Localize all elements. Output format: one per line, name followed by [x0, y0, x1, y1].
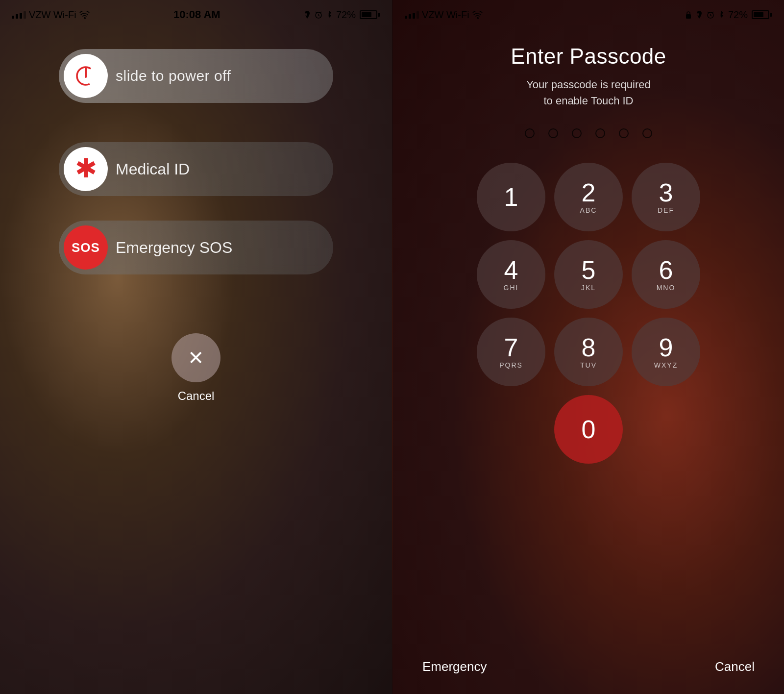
num-button-4[interactable]: 4 GHI: [477, 240, 545, 309]
status-bar-right: VZW Wi-Fi 72%: [393, 0, 784, 29]
digit-1: 1: [504, 184, 518, 210]
passcode-dot-2: [548, 128, 558, 138]
passcode-dots: [525, 128, 652, 138]
time-label: 10:08 AM: [173, 8, 220, 21]
emergency-sos-button[interactable]: SOS Emergency SOS: [59, 221, 333, 274]
num-button-2[interactable]: 2 ABC: [554, 163, 623, 231]
digit-7: 7: [504, 335, 518, 360]
battery-label-right: 72%: [728, 9, 748, 21]
passcode-title: Enter Passcode: [511, 44, 666, 69]
status-right-right-group: 72%: [685, 9, 772, 21]
letters-5: JKL: [581, 284, 596, 292]
medical-id-button[interactable]: ✱ Medical ID: [59, 142, 333, 196]
passcode-dot-5: [619, 128, 629, 138]
cancel-label: Cancel: [178, 389, 215, 403]
letters-8: TUV: [580, 361, 597, 369]
status-right-group: 72%: [304, 9, 380, 21]
digit-0: 0: [582, 417, 596, 442]
digit-8: 8: [582, 335, 596, 360]
digit-6: 6: [659, 257, 673, 283]
num-button-empty-right: [632, 395, 700, 464]
bottom-bar: Emergency Cancel: [393, 659, 784, 674]
letters-2: ABC: [580, 206, 597, 214]
num-button-1[interactable]: 1: [477, 163, 545, 231]
medical-id-label: Medical ID: [116, 160, 190, 178]
passcode-dot-3: [572, 128, 582, 138]
carrier-label-right: VZW Wi-Fi: [422, 9, 469, 21]
signal-icon-right: [405, 11, 419, 19]
location-icon-right: [696, 11, 703, 19]
letters-6: MNO: [657, 284, 676, 292]
signal-icon: [12, 11, 26, 19]
numpad: 1 2 ABC 3 DEF 4 GHI 5 JKL 6 MNO 7 PQRS 8: [477, 163, 700, 464]
wifi-icon: [79, 11, 90, 19]
power-icon: [74, 64, 98, 88]
lock-icon: [685, 11, 692, 19]
num-button-6[interactable]: 6 MNO: [632, 240, 700, 309]
emergency-bottom-button[interactable]: Emergency: [422, 659, 487, 674]
cancel-button-wrap[interactable]: ✕ Cancel: [172, 333, 220, 403]
passcode-dot-4: [595, 128, 605, 138]
status-right-left-group: VZW Wi-Fi: [405, 9, 483, 21]
status-bar-left: VZW Wi-Fi 10:08 AM 72%: [0, 0, 392, 29]
medical-asterisk-icon: ✱: [75, 155, 97, 181]
bluetooth-icon: [326, 11, 332, 19]
right-phone-screen: VZW Wi-Fi 72% Enter Passcode Your passco…: [392, 0, 784, 694]
num-button-0[interactable]: 0: [554, 395, 623, 464]
left-phone-screen: VZW Wi-Fi 10:08 AM 72% slide to: [0, 0, 392, 694]
battery-icon-right: [752, 10, 772, 19]
battery-icon: [360, 10, 380, 19]
cancel-circle[interactable]: ✕: [172, 333, 220, 382]
sos-circle: SOS: [64, 225, 108, 270]
letters-7: PQRS: [499, 361, 523, 369]
location-icon: [304, 11, 311, 19]
carrier-label: VZW Wi-Fi: [29, 9, 76, 21]
digit-3: 3: [659, 180, 673, 205]
bluetooth-icon-right: [718, 11, 724, 19]
passcode-subtitle: Your passcode is requiredto enable Touch…: [526, 76, 651, 109]
digit-5: 5: [582, 257, 596, 283]
power-circle: [64, 54, 108, 98]
letters-9: WXYZ: [654, 361, 678, 369]
emergency-sos-label: Emergency SOS: [116, 239, 232, 257]
slide-power-off-button[interactable]: slide to power off: [59, 49, 333, 103]
passcode-dot-1: [525, 128, 535, 138]
digit-9: 9: [659, 335, 673, 360]
battery-label: 72%: [336, 9, 356, 21]
num-button-9[interactable]: 9 WXYZ: [632, 318, 700, 386]
svg-rect-3: [686, 14, 691, 19]
status-left-group: VZW Wi-Fi: [12, 9, 90, 21]
wifi-icon-right: [472, 11, 483, 19]
cancel-bottom-button[interactable]: Cancel: [715, 659, 755, 674]
num-button-7[interactable]: 7 PQRS: [477, 318, 545, 386]
num-button-3[interactable]: 3 DEF: [632, 163, 700, 231]
sos-badge: SOS: [72, 240, 100, 255]
letters-4: GHI: [504, 284, 519, 292]
letters-3: DEF: [658, 206, 674, 214]
num-button-8[interactable]: 8 TUV: [554, 318, 623, 386]
slide-power-off-label: slide to power off: [116, 68, 231, 84]
digit-2: 2: [582, 180, 596, 205]
passcode-dot-6: [642, 128, 652, 138]
num-button-5[interactable]: 5 JKL: [554, 240, 623, 309]
medical-circle: ✱: [64, 147, 108, 191]
alarm-icon: [315, 11, 322, 19]
alarm-icon-right: [707, 11, 714, 19]
digit-4: 4: [504, 257, 518, 283]
num-button-empty-left: [477, 395, 545, 464]
cancel-x-icon: ✕: [188, 348, 204, 368]
